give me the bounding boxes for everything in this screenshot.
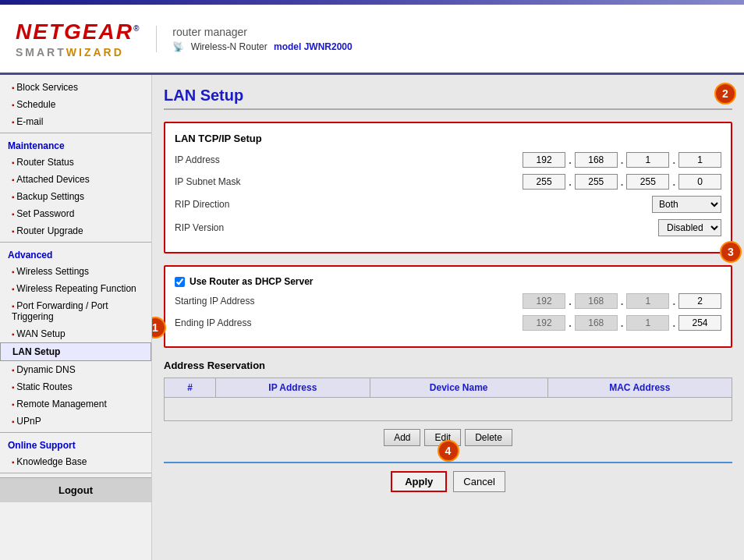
ip-sep-1: . xyxy=(569,154,572,166)
sidebar-divider-3 xyxy=(0,432,151,433)
sidebar-item-dynamic-dns[interactable]: Dynamic DNS xyxy=(0,361,151,378)
sidebar-item-attached-devices[interactable]: Attached Devices xyxy=(0,171,151,188)
dhcp-checkbox-row: Use Router as DHCP Server xyxy=(175,276,721,287)
col-device-name: Device Name xyxy=(370,378,547,398)
rip-direction-row: RIP Direction None Both Up Only Down Onl… xyxy=(175,196,721,213)
ip-address-fields: . . . xyxy=(523,152,721,168)
start-ip-octet-4[interactable] xyxy=(678,293,721,309)
sidebar-item-router-status[interactable]: Router Status xyxy=(0,154,151,171)
sidebar-item-set-password[interactable]: Set Password xyxy=(0,205,151,222)
content-area: 2 LAN Setup LAN TCP/IP Setup IP Address … xyxy=(152,75,744,560)
col-ip-address: IP Address xyxy=(215,378,370,398)
subnet-mask-fields: . . . xyxy=(523,174,721,190)
start-ip-octet-3[interactable] xyxy=(626,293,669,309)
empty-cell xyxy=(165,398,732,421)
end-sep-3: . xyxy=(672,317,675,329)
header: NETGEAR® SMARTWIZARD router manager 📡 Wi… xyxy=(0,5,744,75)
sidebar-item-backup-settings[interactable]: Backup Settings xyxy=(0,188,151,205)
start-ip-octet-1[interactable] xyxy=(523,293,565,309)
start-sep-3: . xyxy=(672,296,675,307)
antenna-icon: 📡 xyxy=(172,41,184,52)
sidebar-header-online-support: Online Support xyxy=(0,435,151,453)
end-sep-1: . xyxy=(569,317,572,329)
table-header-row: # IP Address Device Name MAC Address xyxy=(165,378,732,398)
sidebar-item-knowledge-base[interactable]: Knowledge Base xyxy=(0,453,151,470)
smartwizard-logo: SMARTWIZARD xyxy=(16,46,140,58)
sidebar-item-router-upgrade[interactable]: Router Upgrade xyxy=(0,222,151,239)
cancel-button[interactable]: Cancel xyxy=(453,471,505,492)
ip-address-label: IP Address xyxy=(175,154,523,165)
col-number: # xyxy=(165,378,216,398)
start-sep-1: . xyxy=(569,296,572,307)
tcp-ip-section: LAN TCP/IP Setup IP Address . . . xyxy=(164,122,732,253)
sidebar-item-schedule[interactable]: Schedule xyxy=(0,96,151,113)
table-empty-row xyxy=(165,398,732,421)
sidebar-item-port-forwarding[interactable]: Port Forwarding / Port Triggering xyxy=(0,297,151,325)
sidebar-item-lan-setup[interactable]: LAN Setup xyxy=(0,342,151,361)
end-ip-octet-4[interactable] xyxy=(678,315,721,331)
mask-sep-1: . xyxy=(569,176,572,188)
sidebar: Block Services Schedule E-mail Maintenan… xyxy=(0,75,152,560)
start-sep-2: . xyxy=(621,296,624,307)
sidebar-item-static-routes[interactable]: Static Routes xyxy=(0,378,151,395)
reservation-title: Address Reservation xyxy=(164,360,732,371)
ip-octet-3[interactable] xyxy=(626,152,669,168)
add-button[interactable]: Add xyxy=(384,429,420,446)
router-manager-label: router manager xyxy=(172,26,352,38)
delete-button[interactable]: Delete xyxy=(465,429,512,446)
reservation-table: # IP Address Device Name MAC Address xyxy=(164,377,732,421)
logo-area: NETGEAR® SMARTWIZARD xyxy=(16,19,140,58)
dhcp-checkbox[interactable] xyxy=(175,277,185,287)
wizard-text: WIZARD xyxy=(66,46,124,58)
end-ip-octet-2[interactable] xyxy=(575,315,618,331)
smart-text: SMART xyxy=(16,46,66,58)
sidebar-item-block-services[interactable]: Block Services xyxy=(0,79,151,96)
sidebar-item-wireless-repeating[interactable]: Wireless Repeating Function xyxy=(0,280,151,297)
sidebar-item-wireless-settings[interactable]: Wireless Settings xyxy=(0,263,151,280)
dhcp-section: Use Router as DHCP Server Starting IP Ad… xyxy=(164,265,732,348)
sidebar-item-upnp[interactable]: UPnP xyxy=(0,413,151,430)
registered-mark: ® xyxy=(133,23,140,32)
divider-line xyxy=(164,462,732,463)
mask-octet-3[interactable] xyxy=(626,174,669,190)
ip-octet-4[interactable] xyxy=(678,152,721,168)
netgear-logo: NETGEAR® xyxy=(16,19,140,44)
end-sep-2: . xyxy=(621,317,624,329)
dhcp-label-text: Use Router as DHCP Server xyxy=(190,276,314,287)
ending-ip-row: Ending IP Address . . . xyxy=(175,315,721,331)
address-reservation-section: Address Reservation # IP Address Device … xyxy=(164,360,732,492)
subnet-mask-row: IP Subnet Mask . . . xyxy=(175,174,721,190)
outer-frame: NETGEAR® SMARTWIZARD router manager 📡 Wi… xyxy=(0,0,744,560)
rip-version-row: RIP Version Disabled RIP-1 RIP-2 Both xyxy=(175,219,721,236)
ip-address-row: IP Address . . . xyxy=(175,152,721,168)
router-model: model JWNR2000 xyxy=(274,41,353,52)
mask-octet-4[interactable] xyxy=(678,174,721,190)
rip-direction-select[interactable]: None Both Up Only Down Only xyxy=(652,196,721,213)
starting-ip-label: Starting IP Address xyxy=(175,296,523,307)
rip-version-select[interactable]: Disabled RIP-1 RIP-2 Both xyxy=(658,219,721,236)
rip-version-label: RIP Version xyxy=(175,222,658,233)
start-ip-octet-2[interactable] xyxy=(575,293,618,309)
sidebar-item-wan-setup[interactable]: WAN Setup xyxy=(0,325,151,342)
mask-octet-1[interactable] xyxy=(523,174,565,190)
logout-button[interactable]: Logout xyxy=(0,477,151,502)
ip-octet-2[interactable] xyxy=(575,152,618,168)
apply-button[interactable]: Apply xyxy=(391,471,447,492)
page-title: LAN Setup xyxy=(164,87,732,110)
tcp-ip-section-title: LAN TCP/IP Setup xyxy=(175,133,721,144)
end-ip-octet-1[interactable] xyxy=(523,315,565,331)
router-info: router manager 📡 Wireless-N Router model… xyxy=(156,26,352,52)
ip-sep-2: . xyxy=(621,154,624,166)
mask-octet-2[interactable] xyxy=(575,174,618,190)
step-badge-3: 3 xyxy=(720,241,742,263)
sidebar-item-email[interactable]: E-mail xyxy=(0,113,151,130)
ip-octet-1[interactable] xyxy=(523,152,565,168)
apply-cancel-row: Apply Cancel xyxy=(164,471,732,492)
dhcp-checkbox-label[interactable]: Use Router as DHCP Server xyxy=(175,276,314,287)
end-ip-octet-3[interactable] xyxy=(626,315,669,331)
sidebar-header-maintenance: Maintenance xyxy=(0,136,151,154)
sidebar-item-remote-management[interactable]: Remote Management xyxy=(0,395,151,413)
col-mac-address: MAC Address xyxy=(547,378,732,398)
reservation-buttons: Add Edit Delete 4 xyxy=(164,429,732,446)
router-type: Wireless-N Router xyxy=(191,41,267,52)
